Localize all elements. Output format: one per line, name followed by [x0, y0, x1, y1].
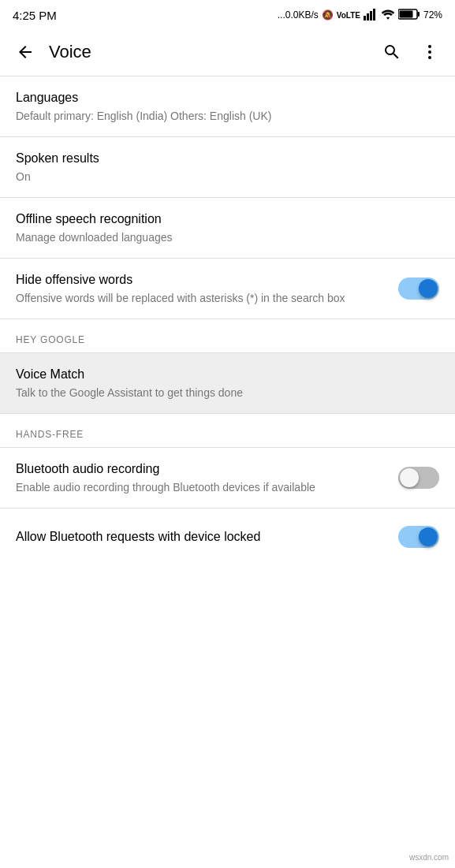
offline-speech-text: Offline speech recognition Manage downlo… — [16, 210, 439, 245]
more-options-button[interactable] — [414, 36, 446, 68]
svg-rect-1 — [367, 13, 369, 20]
languages-subtitle: Default primary: English (India) Others:… — [16, 108, 439, 124]
voice-match-subtitle: Talk to the Google Assistant to get thin… — [16, 385, 439, 400]
bluetooth-requests-title: Allow Bluetooth requests with device loc… — [16, 528, 386, 546]
voice-match-title: Voice Match — [16, 366, 439, 383]
offline-speech-item[interactable]: Offline speech recognition Manage downlo… — [0, 198, 455, 258]
bluetooth-requests-item[interactable]: Allow Bluetooth requests with device loc… — [0, 509, 455, 565]
battery-percent: 72% — [423, 9, 442, 20]
app-bar: Voice — [0, 28, 455, 76]
signal-icon — [364, 8, 378, 23]
spoken-results-item[interactable]: Spoken results On — [0, 137, 455, 197]
status-bar: 4:25 PM ...0.0KB/s 🔕 VoLTE — [0, 0, 455, 28]
bluetooth-audio-toggle[interactable] — [398, 467, 439, 489]
bluetooth-audio-text: Bluetooth audio recording Enable audio r… — [16, 460, 386, 495]
svg-rect-5 — [417, 12, 420, 17]
hide-offensive-title: Hide offensive words — [16, 271, 386, 289]
network-status: ...0.0KB/s — [278, 9, 319, 20]
spoken-results-subtitle: On — [16, 169, 439, 184]
bluetooth-requests-toggle[interactable] — [398, 526, 439, 548]
bluetooth-audio-item[interactable]: Bluetooth audio recording Enable audio r… — [0, 448, 455, 508]
page-title: Voice — [41, 42, 376, 62]
offline-speech-title: Offline speech recognition — [16, 210, 439, 228]
offline-speech-subtitle: Manage downloaded languages — [16, 229, 439, 245]
bluetooth-audio-title: Bluetooth audio recording — [16, 460, 386, 478]
battery-icon — [398, 8, 420, 23]
hey-google-section-header: HEY GOOGLE — [0, 319, 455, 352]
hands-free-section-header: HANDS-FREE — [0, 414, 455, 447]
svg-rect-0 — [364, 16, 366, 20]
spoken-results-text: Spoken results On — [16, 150, 439, 184]
voice-match-text: Voice Match Talk to the Google Assistant… — [16, 366, 439, 400]
watermark: wsxdn.com — [409, 853, 449, 862]
svg-rect-2 — [370, 11, 372, 20]
hands-free-label: HANDS-FREE — [16, 429, 84, 440]
app-bar-actions — [376, 36, 446, 68]
svg-rect-6 — [399, 10, 412, 17]
hey-google-label: HEY GOOGLE — [16, 334, 85, 345]
hide-offensive-subtitle: Offensive words will be replaced with as… — [16, 290, 386, 306]
wifi-icon — [381, 8, 395, 23]
voice-match-item[interactable]: Voice Match Talk to the Google Assistant… — [0, 353, 455, 413]
svg-point-9 — [428, 56, 431, 59]
hide-offensive-item[interactable]: Hide offensive words Offensive words wil… — [0, 259, 455, 319]
hide-offensive-text: Hide offensive words Offensive words wil… — [16, 271, 386, 306]
mute-icon: 🔕 — [322, 9, 334, 20]
languages-text: Languages Default primary: English (Indi… — [16, 89, 439, 124]
back-button[interactable] — [9, 36, 41, 68]
bluetooth-audio-subtitle: Enable audio recording through Bluetooth… — [16, 479, 386, 495]
bluetooth-requests-text: Allow Bluetooth requests with device loc… — [16, 528, 386, 546]
languages-title: Languages — [16, 89, 439, 106]
search-button[interactable] — [376, 36, 408, 68]
svg-point-8 — [428, 50, 431, 54]
volte-icon: VoLTE — [337, 11, 360, 20]
status-icons: ...0.0KB/s 🔕 VoLTE 72% — [278, 8, 442, 23]
hide-offensive-toggle[interactable] — [398, 278, 439, 300]
spoken-results-title: Spoken results — [16, 150, 439, 167]
status-time: 4:25 PM — [13, 9, 57, 22]
svg-point-7 — [428, 45, 431, 48]
svg-rect-3 — [373, 9, 375, 20]
languages-item[interactable]: Languages Default primary: English (Indi… — [0, 76, 455, 136]
